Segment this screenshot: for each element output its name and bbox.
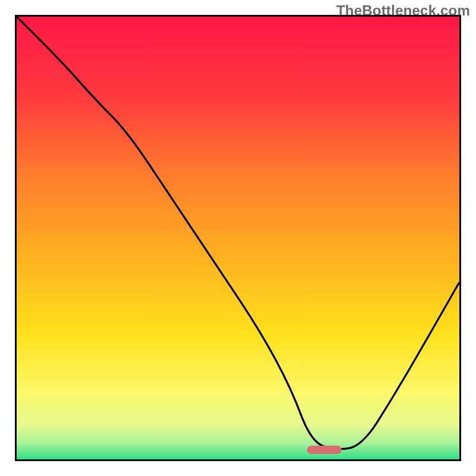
bottleneck-curve [17,17,459,459]
plot-area [15,15,461,461]
chart-stage: TheBottleneck.com [0,0,476,476]
optimal-marker [307,446,342,454]
